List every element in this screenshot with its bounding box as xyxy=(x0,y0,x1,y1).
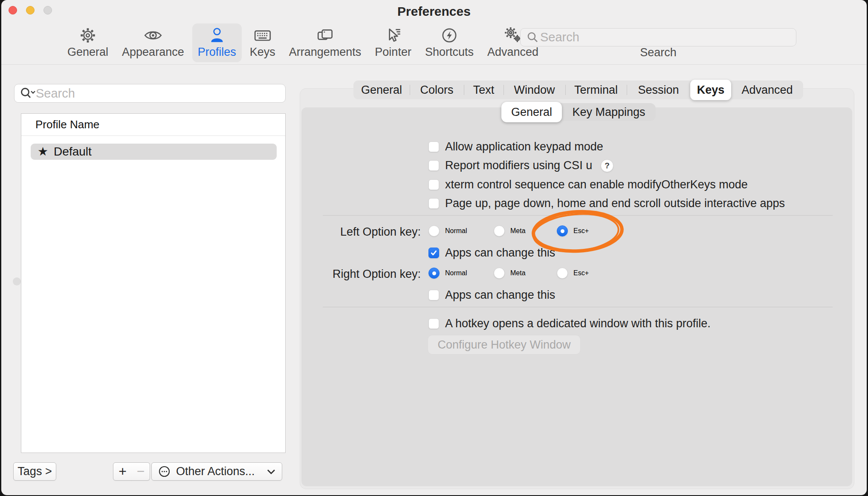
toolbar-item-appearance[interactable]: Appearance xyxy=(116,23,190,62)
checkbox-row-csi-u: Report modifiers using CSI u ? xyxy=(428,159,613,172)
profile-search-input[interactable] xyxy=(36,87,281,101)
left-apps-change-checkbox[interactable] xyxy=(428,248,439,258)
radio-label: Esc+ xyxy=(573,269,589,277)
separator xyxy=(323,215,833,216)
other-actions-label: Other Actions... xyxy=(176,465,255,478)
ellipsis-circle-icon xyxy=(158,465,171,478)
radio-esc-selected[interactable] xyxy=(557,225,568,236)
checkbox-label: Allow application keypad mode xyxy=(445,140,603,153)
checkbox-label: Apps can change this xyxy=(445,288,555,302)
toolbar-search-field[interactable] xyxy=(520,28,796,46)
toolbar-item-label: Appearance xyxy=(122,46,184,59)
checkbox-label: Apps can change this xyxy=(445,246,555,260)
tags-button[interactable]: Tags > xyxy=(13,462,56,481)
toolbar-item-label: Profiles xyxy=(198,46,236,59)
configure-hotkey-window-button[interactable]: Configure Hotkey Window xyxy=(428,335,581,355)
right-apps-change-row: Apps can change this xyxy=(428,288,555,302)
checkbox-row-pageup: Page up, page down, home and end scroll … xyxy=(428,197,785,210)
separator xyxy=(323,307,833,307)
right-option-key-label: Right Option key: xyxy=(274,268,421,281)
tab-general[interactable]: General xyxy=(353,81,410,99)
checkbox-row-keypad: Allow application keypad mode xyxy=(428,140,603,153)
radio-esc[interactable] xyxy=(557,268,568,279)
radio-meta[interactable] xyxy=(494,268,505,279)
scroll-outside-apps-checkbox[interactable] xyxy=(428,198,439,209)
toolbar-item-shortcuts[interactable]: Shortcuts xyxy=(420,23,479,62)
toolbar-item-label: Shortcuts xyxy=(425,46,474,59)
radio-label: Meta xyxy=(510,269,526,277)
toolbar-item-general[interactable]: General xyxy=(62,23,114,62)
tab-advanced[interactable]: Advanced xyxy=(731,81,803,99)
modify-other-keys-checkbox[interactable] xyxy=(428,179,439,190)
person-icon xyxy=(207,26,227,45)
search-icon xyxy=(526,30,540,45)
profile-name: Default xyxy=(54,145,92,159)
toolbar-search-caption: Search xyxy=(520,46,796,59)
toolbar-item-label: Pointer xyxy=(375,46,411,59)
tab-window[interactable]: Window xyxy=(503,81,565,99)
toolbar-search-input[interactable] xyxy=(540,30,791,44)
toolbar-item-keys[interactable]: Keys xyxy=(244,23,281,62)
toolbar-item-label: Keys xyxy=(250,46,275,59)
chevron-down-icon xyxy=(266,469,276,475)
keys-subtabs: General Key Mappings xyxy=(501,103,656,121)
search-scope-icon xyxy=(19,86,36,101)
profile-list-header: Profile Name xyxy=(21,114,285,136)
toolbar-item-profiles[interactable]: Profiles xyxy=(192,23,242,62)
profile-row-default[interactable]: ★ Default xyxy=(31,144,277,160)
profile-list: Profile Name ★ Default xyxy=(21,113,286,453)
checkbox-row-xterm: xterm control sequence can enable modify… xyxy=(428,178,748,191)
left-apps-change-row: Apps can change this xyxy=(428,246,555,260)
csi-u-checkbox[interactable] xyxy=(428,160,439,171)
radio-label: Esc+ xyxy=(573,227,589,235)
radio-label: Meta xyxy=(510,227,526,235)
subtab-key-mappings[interactable]: Key Mappings xyxy=(562,103,656,121)
add-profile-button[interactable]: + xyxy=(113,462,132,481)
radio-normal[interactable] xyxy=(428,225,440,236)
tab-text[interactable]: Text xyxy=(464,81,503,99)
profile-settings-tabs: General Colors Text Window Terminal Sess… xyxy=(353,81,803,99)
tab-keys[interactable]: Keys xyxy=(690,80,731,100)
right-option-esc[interactable]: Esc+ xyxy=(557,268,589,279)
toolbar-item-label: General xyxy=(67,46,108,59)
toolbar-item-pointer[interactable]: Pointer xyxy=(369,23,417,62)
radio-meta[interactable] xyxy=(494,225,505,236)
left-option-esc[interactable]: Esc+ xyxy=(557,225,589,236)
right-option-meta[interactable]: Meta xyxy=(494,268,526,279)
other-actions-dropdown[interactable]: Other Actions... xyxy=(151,462,282,481)
splitter-handle-dot xyxy=(13,277,21,285)
lightning-icon xyxy=(440,26,459,45)
checkbox-label: Report modifiers using CSI u xyxy=(445,159,592,172)
left-option-meta[interactable]: Meta xyxy=(494,225,526,236)
right-option-normal[interactable]: Normal xyxy=(428,268,467,279)
tab-colors[interactable]: Colors xyxy=(410,81,464,99)
subtab-general[interactable]: General xyxy=(501,102,562,122)
cursor-icon xyxy=(383,26,403,45)
right-apps-change-checkbox[interactable] xyxy=(428,290,439,300)
profile-search-field[interactable] xyxy=(14,84,286,103)
checkbox-label: A hotkey opens a dedicated window with t… xyxy=(445,317,711,330)
toolbar-item-arrangements[interactable]: Arrangements xyxy=(284,23,367,62)
checkbox-label: Page up, page down, home and end scroll … xyxy=(445,197,785,210)
radio-label: Normal xyxy=(445,269,467,277)
hotkey-row: A hotkey opens a dedicated window with t… xyxy=(428,317,711,330)
radio-normal-selected[interactable] xyxy=(428,268,440,279)
keyboard-icon xyxy=(253,26,272,45)
keypad-mode-checkbox[interactable] xyxy=(428,141,439,152)
titlebar: Preferences xyxy=(1,0,867,21)
radio-label: Normal xyxy=(445,227,467,235)
checkbox-label: xterm control sequence can enable modify… xyxy=(445,178,748,191)
tab-terminal[interactable]: Terminal xyxy=(565,81,627,99)
remove-profile-button[interactable]: − xyxy=(132,462,150,481)
preferences-toolbar: General Appearance Profiles Keys Arrange… xyxy=(62,23,544,62)
preferences-window: Preferences General Appearance Profiles xyxy=(1,0,867,495)
hotkey-window-checkbox[interactable] xyxy=(428,318,439,329)
toolbar-divider xyxy=(1,64,867,65)
default-star-icon: ★ xyxy=(38,146,48,158)
eye-icon xyxy=(143,26,163,45)
left-option-normal[interactable]: Normal xyxy=(428,225,467,236)
toolbar-item-label: Arrangements xyxy=(289,46,362,59)
gear-icon xyxy=(78,26,98,45)
tab-session[interactable]: Session xyxy=(627,81,690,99)
help-button[interactable]: ? xyxy=(601,159,613,172)
